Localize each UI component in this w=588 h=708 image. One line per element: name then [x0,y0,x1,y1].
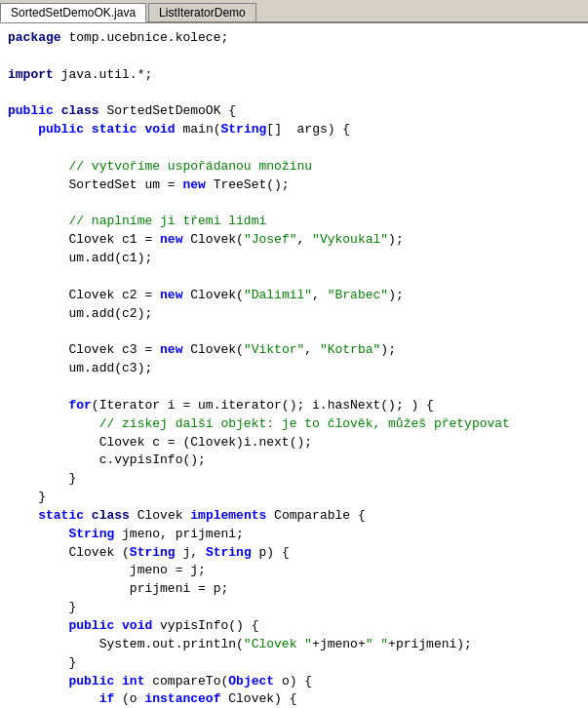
editor-window: SortedSetDemoOK.java ListIteratorDemo pa… [0,0,588,708]
code-editor[interactable]: package tomp.ucebnice.kolece; import jav… [0,23,588,708]
tab-bar: SortedSetDemoOK.java ListIteratorDemo [0,0,588,23]
tab-list-iterator[interactable]: ListIteratorDemo [148,3,256,21]
tab-sorted-set[interactable]: SortedSetDemoOK.java [0,3,146,22]
